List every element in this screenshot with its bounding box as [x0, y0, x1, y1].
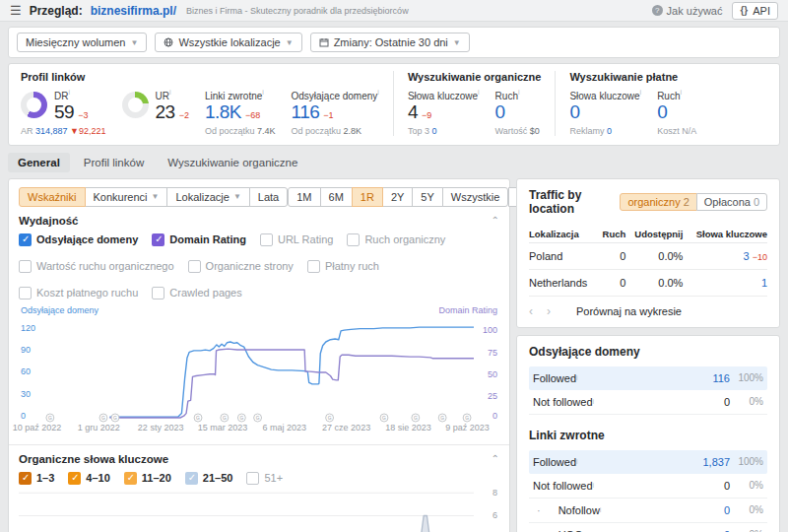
- menu-icon[interactable]: ☰: [10, 3, 22, 18]
- svg-text:G: G: [48, 416, 52, 421]
- calendar-icon: [319, 37, 329, 47]
- info-icon: i: [593, 482, 595, 489]
- performance-section-header: Wydajność ⌃: [19, 215, 499, 227]
- keywords-section-header: Organiczne słowa kluczowe ⌃: [19, 453, 499, 465]
- how-to-use-link[interactable]: ?Jak używać: [652, 5, 723, 17]
- tab-link-profile[interactable]: Profil linków: [74, 153, 154, 172]
- ur-metric: URi 23−2: [122, 89, 189, 136]
- info-icon: i: [68, 89, 70, 96]
- svg-text:G: G: [256, 416, 260, 421]
- list-item[interactable]: Followedi1,837100%: [529, 450, 767, 474]
- table-row[interactable]: Poland 0 0.0% 3−10: [529, 242, 767, 269]
- range-1m[interactable]: 1M: [288, 187, 320, 207]
- years-button[interactable]: Lata: [249, 187, 288, 207]
- checkbox-pos-21-50[interactable]: 21–50: [185, 472, 233, 485]
- link-profile-group: Profil linków DRi 59−3 AR 314,887 ▼92,22…: [21, 71, 393, 136]
- competitors-dropdown[interactable]: Konkurenci▼: [85, 187, 168, 207]
- collapse-icon[interactable]: ⌃: [492, 215, 499, 226]
- svg-text:G: G: [465, 416, 469, 421]
- x-axis-labels: 10 paź 20221 gru 2022 22 sty 202315 mar …: [19, 423, 474, 436]
- checkbox-refdomains[interactable]: Odsyłające domeny: [19, 233, 138, 246]
- metrics-button[interactable]: Wskaźniki: [19, 187, 86, 207]
- range-6m[interactable]: 6M: [320, 187, 353, 207]
- chart-controls: Wskaźniki Konkurenci▼ Lokalizacje▼ Lata …: [19, 187, 499, 207]
- checkbox-icon: [347, 233, 360, 246]
- range-all[interactable]: Wszystkie: [442, 187, 509, 207]
- tab-general[interactable]: General: [8, 153, 70, 172]
- svg-text:G: G: [101, 416, 105, 421]
- ur-donut: [122, 92, 149, 118]
- list-item[interactable]: Followedi116100%: [529, 366, 767, 390]
- svg-text:G: G: [328, 416, 332, 421]
- dr-metric: DRi 59−3 AR 314,887 ▼92,221: [21, 89, 106, 136]
- checkbox-pos-11-20[interactable]: 11–20: [124, 472, 171, 485]
- bullet-icon: ·: [537, 504, 541, 516]
- dr-change: −3: [78, 110, 88, 120]
- checkbox-pos-1-3[interactable]: 1–3: [19, 472, 54, 485]
- range-1y[interactable]: 1R: [352, 187, 383, 207]
- checkbox-icon: [19, 287, 32, 299]
- locations-dropdown2[interactable]: Lokalizacje▼: [166, 187, 249, 207]
- paid-traffic-metric: Ruchi 0 Koszt N/A: [657, 89, 696, 136]
- locations-dropdown[interactable]: Wszystkie lokalizacje▼: [155, 33, 301, 52]
- organic-toggle[interactable]: organiczny2: [620, 193, 696, 211]
- list-item[interactable]: ·UGCi00%: [529, 523, 767, 532]
- compare-on-chart-link[interactable]: Porównaj na wykresie: [576, 305, 682, 317]
- list-item[interactable]: ·Nofollowi00%: [529, 499, 767, 523]
- keywords-chart[interactable]: GGGGGGGGGGGG 8 6 4 2 0: [19, 491, 499, 532]
- performance-chart[interactable]: GGGGGGGGGGGG 120 90 60 30 0 100 75 50 25…: [19, 319, 499, 418]
- chevron-down-icon: ▼: [233, 192, 241, 201]
- backlinks-value[interactable]: 1.8K: [205, 101, 241, 123]
- changes-dropdown[interactable]: Zmiany: Ostatnie 30 dni▼: [310, 33, 470, 52]
- info-icon: i: [593, 398, 595, 405]
- top-bar: ☰ Przegląd: biznesifirma.pl/ Biznes i Fi…: [0, 0, 788, 22]
- list-item[interactable]: Not followedi00%: [529, 390, 767, 415]
- checkbox-paid-cost[interactable]: Koszt płatnego ruchu: [19, 287, 138, 299]
- dr-value: 59: [54, 101, 74, 123]
- group-title: Profil linków: [21, 71, 379, 83]
- list-item[interactable]: Not followedi00%: [529, 474, 767, 499]
- range-2y[interactable]: 2Y: [382, 187, 413, 207]
- checkbox-icon: [19, 260, 32, 273]
- main-tabs: General Profil linków Wyszukiwanie organ…: [8, 153, 780, 172]
- refdomains-value[interactable]: 116: [292, 101, 320, 123]
- svg-text:G: G: [223, 416, 227, 421]
- checkbox-icon: [188, 260, 201, 273]
- info-icon: i: [377, 89, 379, 96]
- api-button[interactable]: {}API: [732, 2, 778, 20]
- collapse-icon[interactable]: ⌃: [492, 453, 499, 464]
- info-icon: i: [640, 89, 642, 96]
- range-5y[interactable]: 5Y: [412, 187, 442, 207]
- prev-page-icon[interactable]: ‹: [529, 304, 533, 318]
- checkbox-traffic-value[interactable]: Wartość ruchu organicznego: [19, 260, 174, 273]
- checkbox-organic-pages[interactable]: Organiczne strony: [188, 260, 294, 273]
- checkbox-crawled-pages[interactable]: Crawled pages: [152, 287, 241, 299]
- tab-organic-search[interactable]: Wyszukiwanie organiczne: [158, 153, 307, 172]
- checkbox-pos-4-10[interactable]: 4–10: [68, 472, 109, 485]
- chevron-down-icon: ▼: [152, 192, 160, 201]
- table-row[interactable]: Netherlands 0 0.0% 1: [529, 269, 767, 296]
- checkbox-url-rating[interactable]: URL Rating: [260, 233, 333, 246]
- charts-panel: Wskaźniki Konkurenci▼ Lokalizacje▼ Lata …: [8, 178, 510, 532]
- domain-link[interactable]: biznesifirma.pl/: [91, 4, 176, 18]
- checkbox-organic-traffic[interactable]: Ruch organiczny: [347, 233, 445, 246]
- checkbox-icon: [260, 233, 273, 246]
- right-axis-label: Domain Rating: [438, 305, 497, 315]
- panel-title: Traffic by location: [529, 188, 620, 216]
- backlinks-title: Linki zwrotne: [529, 429, 767, 442]
- checkbox-paid-traffic[interactable]: Płatny ruch: [307, 260, 379, 273]
- paid-toggle[interactable]: Opłacona0: [696, 193, 767, 211]
- checkbox-pos-51plus[interactable]: 51+: [246, 472, 283, 485]
- checkbox-domain-rating[interactable]: Domain Rating: [152, 233, 246, 246]
- checkbox-icon: [19, 233, 32, 246]
- volume-dropdown[interactable]: Miesięczny wolumen▼: [17, 33, 147, 52]
- svg-text:G: G: [196, 416, 200, 421]
- next-page-icon[interactable]: ›: [547, 304, 551, 318]
- checkbox-icon: [152, 287, 164, 299]
- braces-icon: {}: [740, 5, 748, 16]
- dr-donut: [21, 92, 47, 118]
- info-icon: i: [478, 89, 480, 96]
- ar-metric: AR 314,887 ▼92,221: [21, 126, 106, 136]
- organic-keywords-metric: Słowa kluczowei 4−9 Top 3 0: [408, 89, 480, 136]
- globe-icon: [164, 37, 173, 47]
